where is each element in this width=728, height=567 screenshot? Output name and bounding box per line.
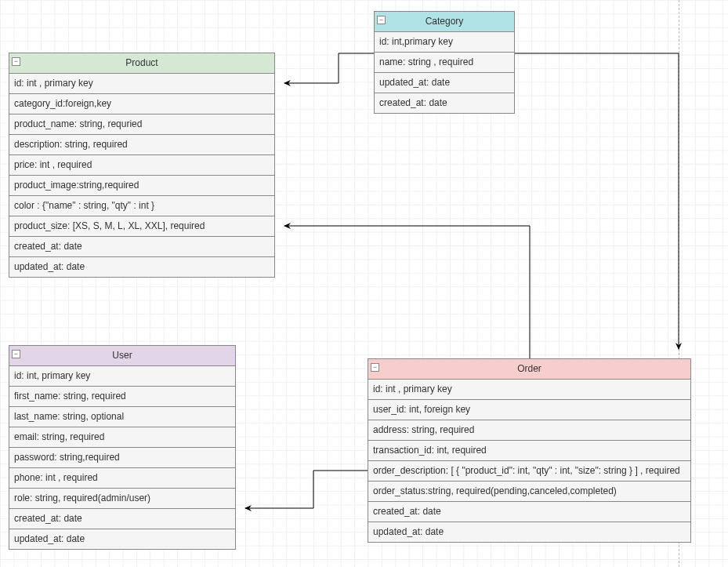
- entity-field[interactable]: updated_at: date: [9, 529, 235, 549]
- entity-field[interactable]: order_description: [ { "product_id": int…: [368, 461, 690, 482]
- entity-header-product[interactable]: −Product: [9, 53, 274, 74]
- entity-field[interactable]: product_image:string,required: [9, 176, 274, 196]
- entity-header-order[interactable]: −Order: [368, 359, 690, 380]
- entity-field[interactable]: created_at: date: [9, 237, 274, 257]
- entity-field[interactable]: created_at: date: [368, 502, 690, 522]
- diagram-canvas[interactable]: −Productid: int , primary keycategory_id…: [0, 0, 728, 567]
- entity-field[interactable]: price: int , required: [9, 155, 274, 176]
- entity-field[interactable]: id: int , primary key: [9, 74, 274, 94]
- entity-field[interactable]: email: string, required: [9, 427, 235, 448]
- collapse-icon[interactable]: −: [377, 16, 386, 24]
- entity-field[interactable]: created_at: date: [375, 93, 514, 113]
- entity-field[interactable]: category_id:foreign,key: [9, 94, 274, 114]
- entity-header-user[interactable]: −User: [9, 346, 235, 366]
- entity-field[interactable]: id: int , primary key: [368, 380, 690, 400]
- entity-title: Product: [125, 57, 158, 68]
- entity-user[interactable]: −Userid: int, primary keyfirst_name: str…: [9, 345, 236, 550]
- collapse-icon[interactable]: −: [12, 350, 20, 358]
- entity-title: Category: [426, 16, 464, 27]
- collapse-icon[interactable]: −: [12, 57, 20, 66]
- entity-field[interactable]: order_status:string, required(pending,ca…: [368, 482, 690, 502]
- entity-order[interactable]: −Orderid: int , primary keyuser_id: int,…: [368, 358, 691, 543]
- entity-field[interactable]: product_size: [XS, S, M, L, XL, XXL], re…: [9, 216, 274, 237]
- entity-field[interactable]: last_name: string, optional: [9, 407, 235, 427]
- entity-field[interactable]: role: string, required(admin/user): [9, 489, 235, 509]
- entity-field[interactable]: id: int,primary key: [375, 32, 514, 53]
- entity-category[interactable]: −Categoryid: int,primary keyname: string…: [374, 11, 515, 114]
- entity-title: User: [112, 350, 132, 361]
- entity-field[interactable]: first_name: string, required: [9, 387, 235, 407]
- entity-field[interactable]: updated_at: date: [368, 522, 690, 542]
- entity-field[interactable]: name: string , required: [375, 53, 514, 73]
- entity-field[interactable]: updated_at: date: [375, 73, 514, 93]
- entity-field[interactable]: created_at: date: [9, 509, 235, 529]
- entity-field[interactable]: user_id: int, foreign key: [368, 400, 690, 420]
- entity-field[interactable]: address: string, required: [368, 420, 690, 441]
- entity-product[interactable]: −Productid: int , primary keycategory_id…: [9, 53, 275, 278]
- entity-field[interactable]: updated_at: date: [9, 257, 274, 277]
- entity-field[interactable]: product_name: string, requried: [9, 114, 274, 135]
- entity-field[interactable]: description: string, required: [9, 135, 274, 155]
- entity-field[interactable]: phone: int , required: [9, 468, 235, 489]
- collapse-icon[interactable]: −: [371, 363, 379, 372]
- entity-field[interactable]: color : {"name" : string, "qty" : int }: [9, 196, 274, 216]
- entity-header-category[interactable]: −Category: [375, 12, 514, 32]
- entity-field[interactable]: password: string,required: [9, 448, 235, 468]
- entity-field[interactable]: transaction_id: int, required: [368, 441, 690, 461]
- entity-field[interactable]: id: int, primary key: [9, 366, 235, 387]
- entity-title: Order: [517, 363, 541, 374]
